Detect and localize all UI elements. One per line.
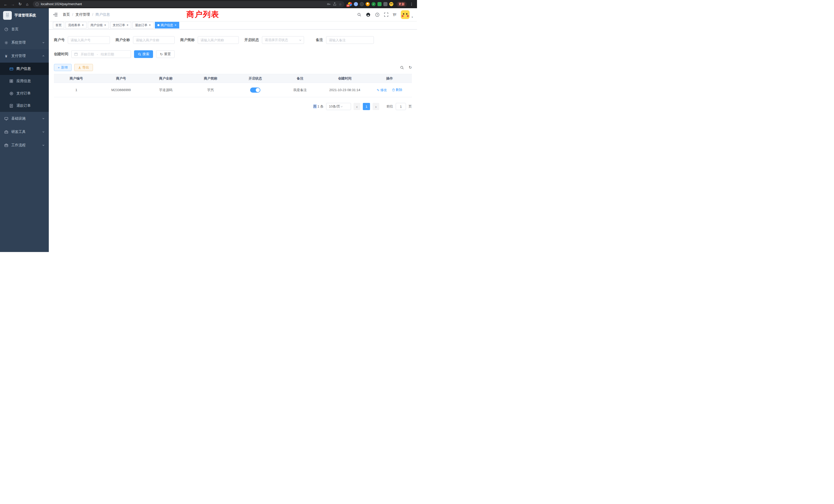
github-icon[interactable]: [366, 12, 371, 17]
download-icon: [78, 66, 81, 69]
url-text[interactable]: localhost:1024/pay/merchant: [41, 2, 325, 6]
user-avatar[interactable]: [401, 10, 410, 19]
sidebar-item-payment[interactable]: ¥ 支付管理: [0, 49, 49, 63]
date-range-picker[interactable]: -: [71, 50, 131, 58]
tab-pay-order[interactable]: 支付订单 ×: [110, 22, 131, 28]
status-toggle[interactable]: [250, 88, 260, 93]
merchant-no-input[interactable]: [68, 36, 110, 44]
app-title: 芋道管理系统: [14, 13, 36, 18]
column-header: 商户编号: [54, 74, 98, 83]
add-button-label: 新增: [61, 65, 68, 70]
sidebar-item-dev-tools[interactable]: 研发工具: [0, 125, 49, 139]
back-icon[interactable]: ←: [3, 1, 9, 7]
close-icon[interactable]: ×: [104, 24, 106, 27]
goto-page-input[interactable]: [396, 103, 406, 110]
delete-link[interactable]: 删除: [392, 88, 402, 92]
chevron-down-icon: [340, 105, 349, 108]
sidebar-item-infrastructure[interactable]: 基础设施: [0, 112, 49, 125]
export-button[interactable]: 导出: [74, 64, 93, 71]
next-page-button[interactable]: ›: [373, 103, 379, 110]
short-name-input[interactable]: [198, 36, 239, 44]
column-header: 商户号: [98, 74, 143, 83]
sidebar-item-app-info[interactable]: 应用信息: [0, 75, 49, 87]
cell-merchant-no: M233666999: [98, 83, 143, 97]
show-search-icon[interactable]: [400, 66, 404, 70]
tab-process-form[interactable]: 流程表单 ×: [65, 22, 87, 28]
remark-input[interactable]: [326, 36, 374, 44]
app-logo[interactable]: 芋道管理系统: [0, 8, 49, 23]
tab-refund-order[interactable]: 退款订单 ×: [132, 22, 154, 28]
card-icon: [9, 67, 13, 71]
font-size-icon[interactable]: TT: [393, 13, 396, 17]
sidebar-item-system[interactable]: 系统管理: [0, 36, 49, 49]
breadcrumb-item-current: 商户信息: [95, 12, 110, 17]
help-icon[interactable]: ?: [375, 13, 379, 17]
fullscreen-icon[interactable]: [384, 13, 388, 17]
sidebar-item-refund-order[interactable]: 退款订单: [0, 99, 49, 112]
close-icon[interactable]: ×: [149, 24, 151, 27]
close-icon[interactable]: ×: [82, 24, 84, 27]
export-button-label: 导出: [83, 65, 89, 70]
sidebar-toggle-icon[interactable]: [53, 12, 58, 17]
page-size-select[interactable]: 10条/页: [326, 103, 351, 110]
tab-home[interactable]: 首页: [53, 22, 64, 28]
search-icon[interactable]: [357, 13, 361, 17]
browser-update-button[interactable]: 更新: [396, 2, 407, 7]
select-placeholder: 请选择开启状态: [265, 38, 299, 42]
current-page-button[interactable]: 1: [363, 103, 370, 110]
profile-emoji-icon[interactable]: [389, 2, 393, 6]
search-button[interactable]: 搜索: [134, 50, 153, 58]
sidebar-item-label: 系统管理: [11, 40, 26, 45]
extension-badge: 10: [346, 4, 350, 7]
column-header: 商户全称: [144, 74, 188, 83]
edit-link[interactable]: ✎ 修改: [377, 88, 387, 92]
breadcrumb-item[interactable]: 首页: [63, 12, 70, 17]
bookmark-star-icon[interactable]: ☆: [339, 2, 342, 6]
start-date-input[interactable]: [79, 52, 95, 56]
refresh-icon: ↻: [160, 53, 163, 56]
extension-icon[interactable]: ✓: [372, 2, 376, 6]
close-icon[interactable]: ×: [126, 24, 129, 27]
tab-user-group[interactable]: 用户分组 ×: [88, 22, 109, 28]
extension-icon[interactable]: [366, 2, 370, 6]
sidebar-item-pay-order[interactable]: 支付订单: [0, 87, 49, 99]
table-row: 1 M233666999 芋道源码 芋艿 我是备注 2021-10-23 08:…: [54, 83, 412, 97]
share-icon[interactable]: [333, 2, 336, 6]
end-date-input[interactable]: [100, 52, 115, 56]
extension-icon[interactable]: [383, 2, 388, 6]
extension-icon[interactable]: [354, 2, 358, 6]
tab-merchant-info[interactable]: 商户信息 ×: [155, 22, 179, 28]
browser-chrome: ← → ↻ ⌂ i localhost:1024/pay/merchant ☆ …: [0, 0, 417, 8]
search-button-label: 搜索: [142, 52, 149, 56]
column-header: 操作: [367, 74, 412, 83]
extension-icon[interactable]: 10: [348, 2, 352, 6]
reload-icon[interactable]: ↻: [17, 1, 23, 7]
password-key-icon[interactable]: [327, 2, 330, 6]
prev-page-button[interactable]: ‹: [354, 103, 360, 110]
goto-suffix: 页: [409, 104, 412, 109]
page-size-value: 10条/页: [329, 104, 340, 109]
table-header-row: 商户编号 商户号 商户全称 商户简称 开启状态 备注 创建时间 操作: [54, 74, 412, 83]
sidebar-item-workflow[interactable]: 工作流程: [0, 139, 49, 152]
forward-icon[interactable]: →: [10, 1, 16, 7]
add-button[interactable]: + 新增: [54, 64, 72, 71]
extension-icon[interactable]: [360, 2, 364, 6]
browser-menu-icon[interactable]: ⋮: [409, 2, 414, 6]
gear-icon: [4, 41, 8, 45]
grid-icon: [9, 79, 13, 83]
full-name-input[interactable]: [133, 36, 175, 44]
chevron-down-icon[interactable]: ▾: [412, 16, 413, 19]
status-select[interactable]: 请选择开启状态: [262, 36, 304, 44]
address-bar[interactable]: i localhost:1024/pay/merchant ☆: [33, 1, 344, 7]
reset-button[interactable]: ↻ 重置: [156, 50, 175, 58]
close-icon[interactable]: ×: [174, 24, 177, 27]
refresh-table-icon[interactable]: ↻: [409, 65, 412, 70]
home-icon[interactable]: ⌂: [24, 1, 30, 7]
target-icon: [9, 91, 13, 95]
site-info-icon[interactable]: i: [36, 3, 39, 6]
sidebar-item-home[interactable]: 首页: [0, 23, 49, 36]
sidebar-item-merchant-info[interactable]: 商户信息: [0, 63, 49, 75]
extension-icon[interactable]: [377, 2, 381, 6]
breadcrumb-item[interactable]: 支付管理: [75, 12, 90, 17]
sidebar-item-label: 基础设施: [11, 116, 26, 121]
